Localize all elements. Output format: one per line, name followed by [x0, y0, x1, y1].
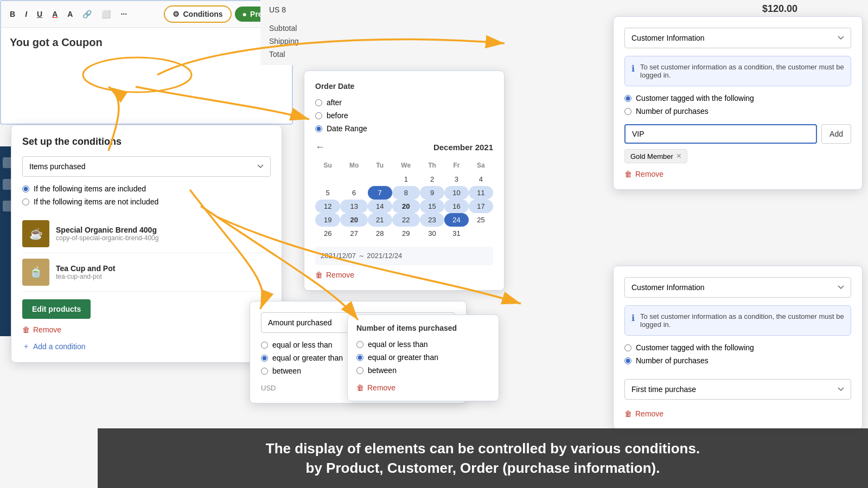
after-radio-label[interactable]: after	[315, 98, 493, 107]
items-greater-radio[interactable]	[356, 354, 363, 361]
tag-remove-button[interactable]: ×	[676, 152, 681, 160]
items-greater-label[interactable]: equal or greater than	[356, 353, 490, 362]
include-radio-label[interactable]: If the following items are included	[22, 184, 271, 193]
cal-day-21[interactable]: 21	[368, 213, 392, 227]
cal-day-15[interactable]: 20	[392, 200, 420, 213]
cal-day-30[interactable]: 30	[420, 227, 444, 240]
day-mo: Mo	[340, 158, 367, 172]
remove-items-button[interactable]: 🗑 Remove	[356, 383, 395, 392]
customer-info-text-2: To set customer information as a conditi…	[640, 312, 844, 329]
cal-day-12[interactable]: 12	[315, 200, 340, 213]
trash-icon-2: 🗑	[315, 271, 323, 279]
cal-day-26[interactable]: 26	[315, 227, 340, 240]
conditions-panel: Set up the conditions Items purchased If…	[11, 125, 282, 363]
cal-day-19[interactable]: 19	[315, 213, 340, 227]
cal-day-9[interactable]: 9	[420, 186, 444, 200]
bold-button[interactable]: B	[7, 8, 18, 21]
cal-day-10[interactable]: 10	[444, 186, 469, 200]
cal-day-6[interactable]: 6	[340, 186, 367, 200]
add-tag-button[interactable]: Add	[821, 124, 851, 144]
items-between-radio[interactable]	[356, 367, 363, 374]
customer-type-select-2[interactable]: Customer Information	[624, 277, 851, 298]
shipping-label: Shipping	[269, 37, 299, 46]
items-less-radio[interactable]	[356, 341, 363, 348]
link-button[interactable]: 🔗	[79, 8, 95, 21]
editor-area: B I U A A 🔗 ⬜ ··· ⚙ Conditions ● Preview…	[0, 0, 293, 125]
between-radio[interactable]	[261, 368, 268, 375]
items-between-label[interactable]: between	[356, 366, 490, 375]
remove-date-label: Remove	[326, 271, 354, 279]
cal-day-28[interactable]: 28	[368, 227, 392, 240]
add-condition-button[interactable]: ＋ Add a condition	[22, 342, 86, 351]
cal-day-3[interactable]: 3	[444, 172, 469, 186]
remove-condition-button[interactable]: 🗑 Remove	[22, 325, 61, 334]
cal-day-23[interactable]: 23	[420, 213, 444, 227]
cal-day-22[interactable]: 22	[392, 213, 420, 227]
calendar-back-button[interactable]: ←	[315, 142, 325, 153]
remove-customer-1-button[interactable]: 🗑 Remove	[624, 170, 663, 178]
after-radio[interactable]	[315, 99, 322, 106]
banner-line-1: The display of elements can be controlle…	[266, 439, 700, 458]
cal-day-16[interactable]: 15	[420, 200, 444, 213]
cal-day-20[interactable]: 20	[340, 213, 367, 227]
cal-day-31[interactable]: 31	[444, 227, 469, 240]
purchases-radio-1[interactable]	[624, 108, 631, 115]
remove-date-button[interactable]: 🗑 Remove	[315, 271, 354, 279]
tagged-radio-label-2[interactable]: Customer tagged with the following	[624, 343, 851, 352]
cal-day-1[interactable]: 1	[392, 172, 420, 186]
italic-button[interactable]: I	[22, 8, 30, 21]
conditions-button[interactable]: ⚙ Conditions	[164, 5, 231, 23]
cal-day-24[interactable]: 24	[444, 213, 469, 227]
text-color-button[interactable]: A	[49, 8, 61, 21]
cal-day-5[interactable]: 5	[315, 186, 340, 200]
exclude-radio-label[interactable]: If the following items are not included	[22, 197, 271, 206]
greater-than-radio[interactable]	[261, 355, 268, 362]
trash-icon-4: 🗑	[624, 409, 632, 418]
greater-than-radio-text: equal or greater than	[272, 354, 343, 362]
before-radio-label[interactable]: before	[315, 111, 493, 120]
cal-day-17[interactable]: 16	[444, 200, 469, 213]
date-range-radio-label[interactable]: Date Range	[315, 124, 493, 133]
cal-day-8[interactable]: 8	[392, 186, 420, 200]
underline-button[interactable]: U	[34, 8, 46, 21]
image-button[interactable]: ⬜	[98, 8, 114, 21]
cal-day-13[interactable]: 13	[340, 200, 367, 213]
day-we: We	[392, 158, 420, 172]
exclude-radio[interactable]	[22, 198, 29, 206]
first-time-purchase-select[interactable]: First time purchase	[624, 379, 851, 400]
cal-day-25[interactable]: 25	[469, 213, 493, 227]
cal-day-17b[interactable]: 17	[469, 200, 493, 213]
tagged-radio-2[interactable]	[624, 344, 631, 351]
more-button[interactable]: ···	[117, 8, 130, 21]
items-less-label[interactable]: equal or less than	[356, 340, 490, 349]
cal-day-2[interactable]: 2	[420, 172, 444, 186]
editor-content: You got a Coupon	[1, 28, 292, 63]
cal-day-7[interactable]: 7	[368, 186, 392, 200]
before-radio[interactable]	[315, 112, 322, 119]
purchases-radio-label-1[interactable]: Number of purchases	[624, 107, 851, 115]
customer-type-select-1[interactable]: Customer Information	[624, 28, 851, 48]
include-radio[interactable]	[22, 185, 29, 192]
less-than-radio[interactable]	[261, 342, 268, 349]
items-condition-radio-group: If the following items are included If t…	[22, 184, 271, 206]
condition-type-select[interactable]: Items purchased	[22, 156, 271, 177]
cal-day-4[interactable]: 4	[469, 172, 493, 186]
tagged-radio-1[interactable]	[624, 95, 631, 102]
edit-products-button[interactable]: Edit products	[22, 299, 91, 319]
remove-customer-2-button[interactable]: 🗑 Remove	[624, 409, 663, 418]
cal-day-29[interactable]: 29	[392, 227, 420, 240]
tagged-radio-label-1[interactable]: Customer tagged with the following	[624, 94, 851, 102]
tag-input[interactable]	[624, 124, 817, 144]
cal-day-14[interactable]: 14	[368, 200, 392, 213]
purchases-radio-2[interactable]	[624, 357, 631, 364]
date-range-radio[interactable]	[315, 125, 322, 132]
conditions-label: Conditions	[183, 10, 222, 18]
calendar-week-2: 5 6 7 8 9 10 11	[315, 186, 493, 200]
cal-day-11[interactable]: 11	[469, 186, 493, 200]
tag-gold-member-text: Gold Member	[630, 152, 673, 160]
before-radio-text: before	[327, 111, 348, 120]
cal-day-27[interactable]: 27	[340, 227, 367, 240]
remove-customer-2-label: Remove	[635, 409, 663, 418]
purchases-radio-label-2[interactable]: Number of purchases	[624, 356, 851, 365]
highlight-button[interactable]: A	[64, 8, 76, 21]
